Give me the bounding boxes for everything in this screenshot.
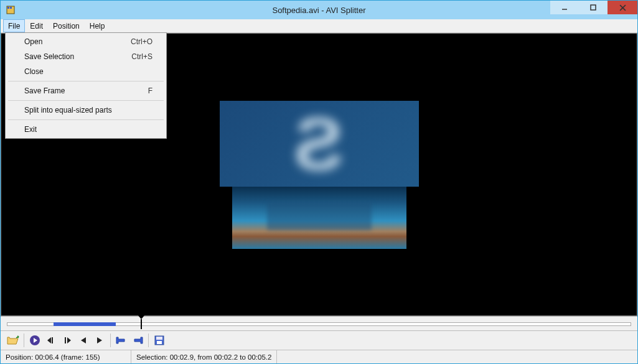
- svg-rect-4: [591, 5, 596, 10]
- playhead[interactable]: [141, 319, 142, 329]
- prev-button[interactable]: [76, 333, 91, 348]
- statusbar: Position: 00:06.4 (frame: 155) Selection…: [1, 350, 637, 363]
- step-forward-button[interactable]: [60, 333, 75, 348]
- menu-file-split-equal[interactable]: Split into equal-sized parts: [7, 103, 165, 118]
- step-back-button[interactable]: [44, 333, 59, 348]
- menu-item-shortcut: Ctrl+S: [131, 52, 152, 61]
- svg-rect-11: [156, 337, 162, 340]
- menu-help[interactable]: Help: [85, 19, 110, 32]
- close-button[interactable]: [608, 1, 637, 14]
- mark-in-button[interactable]: [114, 333, 129, 348]
- menu-file-save-frame[interactable]: Save Frame F: [7, 83, 165, 98]
- menubar: File Edit Position Help: [1, 19, 637, 33]
- menu-file[interactable]: File: [3, 19, 25, 32]
- svg-rect-8: [52, 337, 53, 343]
- timeline-selection[interactable]: [54, 322, 116, 326]
- play-button[interactable]: [27, 333, 42, 348]
- menu-separator: [8, 81, 164, 82]
- frame-overlay-top: S: [220, 101, 419, 187]
- open-file-button[interactable]: [6, 333, 21, 348]
- save-button[interactable]: [152, 333, 167, 348]
- menu-item-label: Close: [24, 67, 44, 76]
- app-icon: [6, 5, 16, 15]
- menu-separator: [8, 100, 164, 101]
- menu-separator: [8, 119, 164, 120]
- window-controls: [550, 1, 637, 19]
- menu-position[interactable]: Position: [48, 19, 85, 32]
- status-selection: Selection: 00:02.9, from 00:02.2 to 00:0…: [131, 350, 277, 363]
- menu-file-close[interactable]: Close: [7, 64, 165, 79]
- menu-item-shortcut: Ctrl+O: [131, 37, 152, 46]
- status-position: Position: 00:06.4 (frame: 155): [1, 350, 131, 363]
- svg-rect-2: [10, 7, 12, 9]
- video-frame: S: [220, 101, 419, 249]
- menu-item-label: Save Frame: [24, 86, 65, 95]
- toolbar-separator: [24, 334, 24, 347]
- next-button[interactable]: [92, 333, 107, 348]
- minimize-button[interactable]: [550, 1, 579, 14]
- menu-item-shortcut: F: [148, 86, 152, 95]
- menu-file-open[interactable]: Open Ctrl+O: [7, 34, 165, 49]
- menu-file-exit[interactable]: Exit: [7, 122, 165, 137]
- window-title: Softpedia.avi - AVI Splitter: [272, 6, 365, 15]
- toolbar-separator: [148, 334, 149, 347]
- menu-item-label: Save Selection: [24, 52, 74, 61]
- maximize-button[interactable]: [579, 1, 608, 14]
- menu-item-label: Exit: [24, 125, 37, 134]
- toolbar: [1, 331, 637, 350]
- toolbar-separator: [110, 334, 111, 347]
- file-menu-dropdown: Open Ctrl+O Save Selection Ctrl+S Close …: [5, 32, 167, 139]
- svg-rect-1: [7, 7, 9, 9]
- titlebar[interactable]: Softpedia.avi - AVI Splitter: [1, 1, 637, 19]
- logo-letter: S: [294, 101, 344, 187]
- frame-overlay-bottom: [232, 187, 406, 249]
- mark-out-button[interactable]: [130, 333, 145, 348]
- svg-rect-12: [157, 341, 162, 344]
- svg-rect-9: [65, 337, 66, 343]
- timeline[interactable]: [1, 316, 637, 331]
- menu-item-label: Split into equal-sized parts: [24, 106, 112, 114]
- menu-item-label: Open: [24, 37, 42, 46]
- menu-file-save-selection[interactable]: Save Selection Ctrl+S: [7, 49, 165, 64]
- menu-edit[interactable]: Edit: [25, 19, 48, 32]
